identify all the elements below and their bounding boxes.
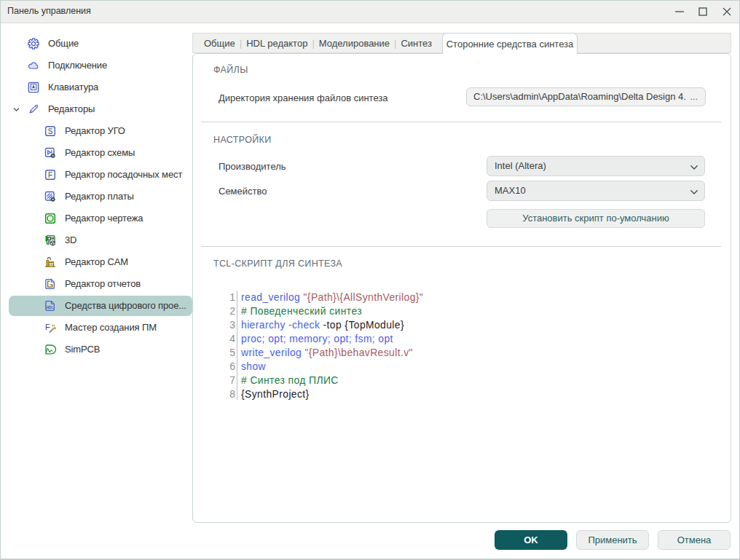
svg-text:HDL: HDL (47, 306, 54, 309)
svg-text:F: F (45, 323, 50, 331)
svg-text:S: S (48, 127, 53, 135)
svg-text:F: F (48, 171, 52, 179)
